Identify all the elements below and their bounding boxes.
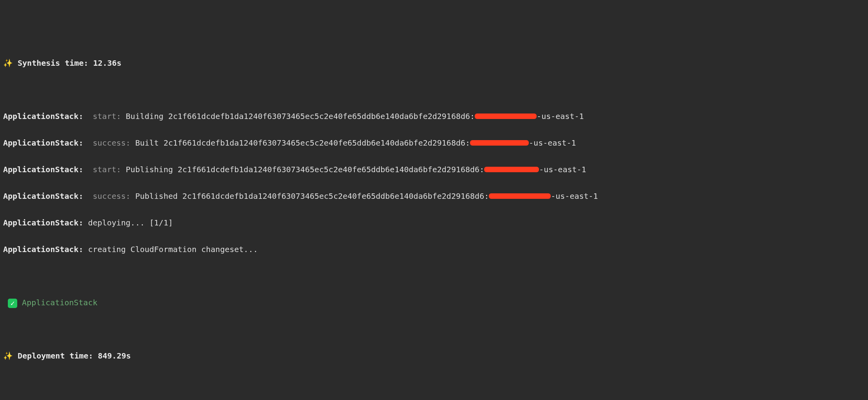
build-line-0: ApplicationStack: start: Building 2c1f66…: [3, 110, 865, 123]
status-text: success:: [83, 191, 130, 201]
sparkle-icon: ✨: [3, 58, 13, 68]
deployment-time-line: ✨ Deployment time: 849.29s: [3, 349, 865, 362]
stack-name: ApplicationStack:: [3, 165, 83, 174]
synthesis-time-text: Synthesis time: 12.36s: [13, 58, 121, 68]
deploying-line: ApplicationStack: deploying... [1/1]: [3, 216, 865, 229]
synthesis-time-line: ✨ Synthesis time: 12.36s: [3, 56, 865, 70]
region-text: -us-east-1: [551, 191, 598, 201]
region-text: -us-east-1: [537, 112, 584, 121]
changeset-text: creating CloudFormation changeset...: [83, 245, 258, 254]
blank-line: [3, 323, 865, 336]
build-line-2: ApplicationStack: start: Publishing 2c1f…: [3, 163, 865, 176]
changeset-line: ApplicationStack: creating CloudFormatio…: [3, 243, 865, 256]
action-text: Published 2c1f661dcdefb1da1240f63073465e…: [130, 191, 489, 201]
stack-name: ApplicationStack:: [3, 112, 83, 121]
redacted-account-id: x: [475, 114, 537, 119]
stack-name: ApplicationStack:: [3, 245, 83, 254]
success-line: ✓ ApplicationStack: [3, 296, 865, 309]
deployment-time-text: Deployment time: 849.29s: [13, 351, 131, 360]
build-line-1: ApplicationStack: success: Built 2c1f661…: [3, 136, 865, 150]
action-text: Built 2c1f661dcdefb1da1240f63073465ec5c2…: [130, 138, 470, 148]
action-text: Building 2c1f661dcdefb1da1240f63073465ec…: [121, 112, 475, 121]
stack-name: ApplicationStack:: [3, 191, 83, 201]
stack-name: ApplicationStack:: [3, 218, 83, 227]
redacted-account-id: x: [470, 140, 529, 146]
region-text: -us-east-1: [529, 138, 576, 148]
success-stack-name: ApplicationStack: [17, 298, 98, 307]
blank-line: [3, 83, 865, 96]
blank-line: [3, 269, 865, 283]
sparkle-icon: ✨: [3, 351, 13, 360]
region-text: -us-east-1: [539, 165, 586, 174]
redacted-account-id: x: [489, 193, 551, 199]
deploying-text: deploying... [1/1]: [83, 218, 173, 227]
status-text: success:: [83, 138, 130, 148]
check-icon: ✓: [8, 299, 17, 308]
status-text: start:: [83, 112, 121, 121]
redacted-account-id: x: [484, 167, 539, 172]
action-text: Publishing 2c1f661dcdefb1da1240f63073465…: [121, 165, 484, 174]
stack-name: ApplicationStack:: [3, 138, 83, 148]
build-line-3: ApplicationStack: success: Published 2c1…: [3, 189, 865, 203]
status-text: start:: [83, 165, 121, 174]
blank-line: [3, 376, 865, 389]
